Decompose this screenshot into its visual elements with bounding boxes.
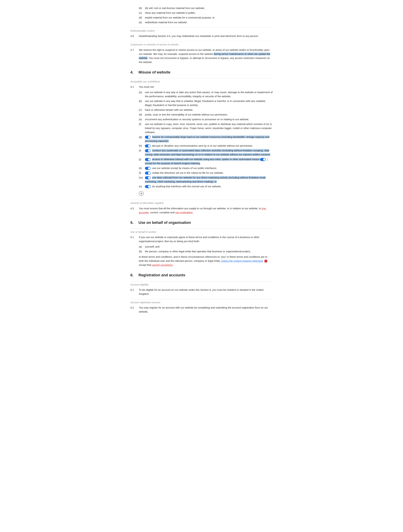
list-item: (f) use our website to copy, store, host… [139, 122, 273, 134]
account-eligibility-heading: Account eligibility [130, 281, 273, 286]
clause-5-1-para: to these terms and conditions, and in th… [139, 255, 273, 267]
toggle-l[interactable] [145, 171, 151, 175]
section3-tail: (b) (b) sell, rent or sub-license materi… [130, 6, 273, 64]
section3-subitems: (b) (b) sell, rent or sub-license materi… [139, 6, 273, 24]
toggle-j1[interactable] [145, 158, 151, 161]
list-item: (e) redistribute material from our websi… [139, 20, 273, 24]
section6-heading: 6. Registration and accounts [130, 272, 273, 278]
highlight-unless-context: unless the context requires otherwise [221, 260, 263, 262]
section5-heading: 5. Use on behalf of organisation [130, 220, 273, 226]
clause-4-2: 4.2 You must ensure that all the informa… [130, 206, 273, 215]
list-item: (h) decrypt or decipher any communicatio… [139, 144, 273, 148]
toggle-g[interactable] [145, 136, 151, 139]
section4-heading: 4. Misuse of website [130, 69, 273, 75]
toggle-j2[interactable] [260, 158, 266, 161]
list-item: (l) violate the directives set out in th… [139, 171, 273, 175]
highlight-i: conduct any systematic or automated data… [145, 149, 270, 156]
error-badge: ! [264, 260, 267, 263]
list-item: (b) use our website in any way that is u… [139, 99, 273, 107]
list-item: (b) the person, company or other legal e… [139, 249, 273, 253]
list-item: (c) show any material from our website i… [139, 11, 273, 15]
highlight-m: use data collected from our website for … [145, 176, 265, 183]
list-item: (d) probe, scan or test the vulnerabilit… [139, 113, 273, 117]
list-item: (c) hack or otherwise tamper with our we… [139, 108, 273, 112]
highlight-j: access or otherwise interact with our we… [152, 158, 260, 161]
toggle-m[interactable] [145, 176, 151, 179]
account-registration-heading: Account registration process [130, 299, 273, 304]
list-item: (m) use data collected from our website … [139, 176, 273, 184]
list-item: (a) use our website in any way or take a… [139, 90, 273, 98]
list-item: (a) yourself; and [139, 245, 273, 249]
clause-3-7: 3.7 We reserve the right to suspend or r… [130, 48, 273, 64]
highlight-true-accurate: true, accurate [139, 207, 266, 214]
veracity-heading: Veracity of information supplied [130, 200, 273, 205]
list-item: (b) (b) sell, rent or sub-license materi… [139, 6, 273, 10]
list-item: (d) exploit material from our website fo… [139, 16, 273, 20]
clause-4-1: 4.1 You must not: [130, 85, 273, 89]
toggle-i[interactable] [145, 149, 151, 152]
clause-6-1: 6.1 To be eligible for an account on our… [130, 288, 273, 296]
use-on-behalf-heading: Use on behalf of another [130, 228, 273, 234]
toggle-h[interactable] [145, 145, 151, 147]
list-item: (k) use our website except by means of o… [139, 166, 273, 170]
highlight-g: impose an unreasonably large load on our… [145, 135, 269, 142]
list-item: (n) do anything that interferes with the… [139, 184, 273, 189]
toggle-n[interactable] [145, 185, 151, 188]
list-item: (i) conduct any systematic or automated … [139, 148, 273, 157]
redistributable-content-heading: Redistributable content [130, 27, 273, 33]
clause-5-1: 5.1 If you use our website or expressly … [130, 235, 273, 243]
section4-subitems: (a) use our website in any way or take a… [139, 90, 273, 189]
highlight-non-misleading: non-misleading [175, 211, 193, 214]
list-item: (j) access or otherwise interact with ou… [139, 157, 273, 165]
toggle-k[interactable] [145, 167, 151, 170]
specify-exceptions[interactable]: specify exceptions [152, 263, 173, 266]
list-item: (e) circumvent any authentication or sec… [139, 117, 273, 121]
list-item: (g) impose an unreasonably large load on… [139, 135, 273, 143]
clause-3-6: 3.6 Notwithstanding Section 3.5, you may… [130, 34, 273, 38]
acceptable-use-heading: Acceptable use: prohibitions [130, 78, 273, 83]
section5-subitems: (a) yourself; and (b) the person, compan… [139, 245, 273, 253]
add-item-button[interactable]: ✚ [139, 191, 144, 196]
clause-6-2: 6.2 You may register for an account with… [130, 306, 273, 314]
suspension-heading: Suspension or restriction of access to w… [130, 41, 273, 46]
highlight-server-maintenance: during server maintenance or when we upd… [139, 52, 270, 59]
